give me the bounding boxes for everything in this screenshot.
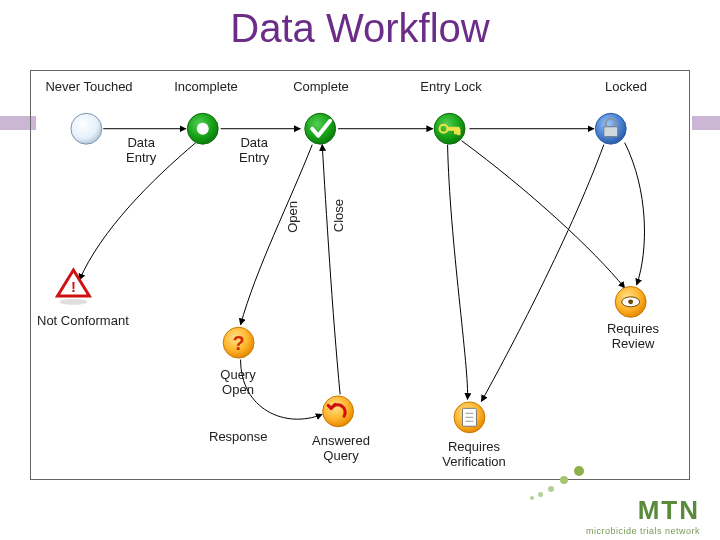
edge-label-data-entry-2: Data Entry [239, 135, 269, 165]
svg-point-15 [323, 396, 354, 427]
svg-point-22 [622, 297, 640, 307]
node-requires-review: Requires Review [593, 321, 673, 351]
edge-label-data-entry-1: Data Entry [126, 135, 156, 165]
svg-point-23 [628, 299, 633, 304]
node-label: Query Open [203, 367, 273, 397]
workflow-frame: ! ? Never Touched Incomplete Complete En… [30, 70, 690, 480]
node-query-open: Query Open [203, 367, 273, 397]
svg-rect-7 [455, 130, 457, 134]
node-label: Answered Query [301, 433, 381, 463]
svg-point-4 [434, 113, 465, 144]
edge-label-open: Open [285, 201, 300, 233]
accent-bar-right [692, 116, 720, 130]
svg-text:?: ? [233, 332, 245, 354]
svg-point-1 [187, 113, 218, 144]
node-locked: Locked [586, 79, 666, 94]
node-incomplete: Incomplete [161, 79, 251, 94]
edge-label-close: Close [331, 199, 346, 232]
node-label: Incomplete [161, 79, 251, 94]
logo-tagline: microbicide trials network [586, 526, 700, 536]
node-label: Never Touched [39, 79, 139, 94]
node-label: Requires Verification [429, 439, 519, 469]
node-label: Locked [586, 79, 666, 94]
node-complete: Complete [281, 79, 361, 94]
page-title: Data Workflow [0, 6, 720, 51]
node-answered-query: Answered Query [301, 433, 381, 463]
svg-point-21 [615, 286, 646, 317]
svg-point-16 [454, 402, 485, 433]
node-requires-verification: Requires Verification [429, 439, 519, 469]
mtn-logo: MTN microbicide trials network [586, 495, 700, 536]
edge-label-response: Response [209, 429, 268, 444]
svg-point-5 [440, 125, 448, 133]
svg-rect-17 [462, 408, 476, 426]
node-label: Requires Review [593, 321, 673, 351]
node-never-touched: Never Touched [39, 79, 139, 94]
node-entry-lock: Entry Lock [411, 79, 491, 94]
node-label: Entry Lock [411, 79, 491, 94]
svg-rect-10 [604, 127, 618, 137]
svg-rect-6 [448, 127, 460, 130]
svg-point-0 [71, 113, 102, 144]
logo-brand: MTN [586, 495, 700, 526]
svg-point-13 [223, 327, 254, 358]
svg-point-9 [595, 113, 626, 144]
svg-text:!: ! [71, 278, 76, 295]
logo-dots-icon [530, 462, 590, 502]
svg-point-12 [59, 299, 87, 305]
svg-point-2 [197, 123, 209, 135]
svg-rect-8 [458, 130, 460, 135]
workflow-arrows: ! ? [31, 71, 689, 479]
node-label: Not Conformant [37, 313, 147, 328]
node-label: Complete [281, 79, 361, 94]
svg-point-3 [305, 113, 336, 144]
node-not-conformant: Not Conformant [37, 313, 147, 328]
